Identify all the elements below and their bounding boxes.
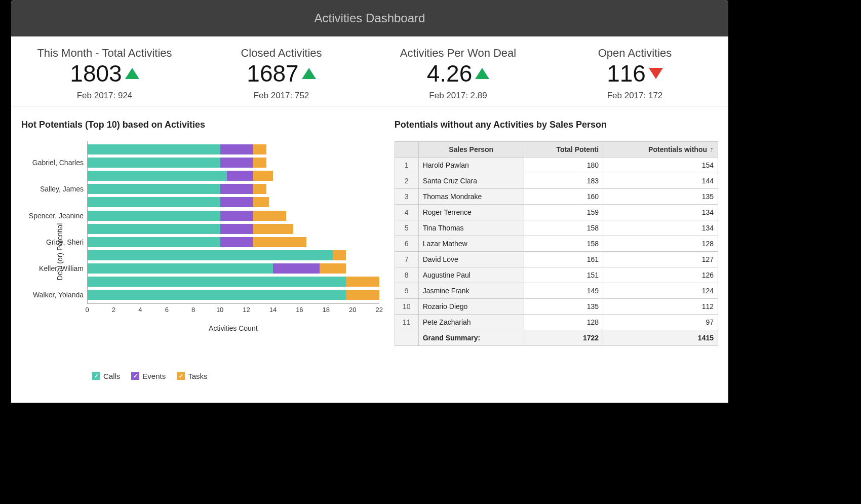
table-row[interactable]: 6Lazar Mathew158128	[395, 236, 718, 251]
kpi-subtext: Feb 2017: 2.89	[375, 91, 541, 101]
x-tick: 20	[349, 306, 356, 314]
bar-row	[88, 171, 379, 181]
bar-category-label: Walker, Yolanda	[33, 291, 88, 299]
kpi-label: Open Activities	[552, 47, 718, 60]
col-potentials-without[interactable]: Potentials withou	[603, 141, 718, 157]
cell-without: 154	[603, 157, 718, 173]
cell-sales-person: Rozario Diego	[418, 298, 524, 314]
cell-total: 128	[524, 314, 603, 330]
grand-label: Grand Summary:	[418, 330, 524, 345]
kpi-row: This Month - Total Activities 1803 Feb 2…	[11, 36, 728, 106]
bar-category-label: Keller, William	[39, 264, 88, 273]
bar-category-label: Spencer, Jeanine	[29, 212, 88, 220]
bar-row	[88, 158, 379, 168]
kpi-value: 1803	[70, 61, 122, 87]
cell-without: 124	[603, 283, 718, 298]
grand-without: 1415	[603, 330, 718, 345]
row-index: 2	[395, 173, 418, 188]
bar-category-label: Gabriel, Charles	[32, 159, 88, 167]
trend-up-icon	[475, 68, 489, 79]
bar-seg-events	[220, 197, 253, 207]
bar-seg-events	[227, 171, 253, 181]
cell-total: 149	[524, 283, 603, 298]
chart-legend: ✓ Calls ✓ Events ✓ Tasks	[21, 372, 379, 380]
x-tick: 18	[323, 306, 330, 314]
row-index: 10	[395, 298, 418, 314]
bar-seg-tasks	[253, 184, 266, 194]
chart-y-axis-label: Deal (or) Potential	[56, 211, 64, 292]
kpi-closed-activities: Closed Activities 1687 Feb 2017: 752	[193, 47, 370, 101]
card-title: Hot Potentials (Top 10) based on Activit…	[21, 120, 379, 130]
table-row[interactable]: 7David Love161127	[395, 251, 718, 267]
bar-seg-tasks	[253, 171, 273, 181]
table-row[interactable]: 10Rozario Diego135112	[395, 298, 718, 314]
row-index: 3	[395, 188, 418, 204]
cell-total: 160	[524, 188, 603, 204]
x-tick: 6	[165, 306, 169, 314]
cell-without: 134	[603, 204, 718, 220]
x-tick: 10	[216, 306, 223, 314]
row-index	[395, 330, 418, 345]
row-index: 8	[395, 267, 418, 283]
col-sales-person[interactable]: Sales Person	[418, 141, 524, 157]
sales-person-table: Sales Person Total Potenti Potentials wi…	[395, 141, 718, 346]
kpi-subtext: Feb 2017: 924	[21, 91, 188, 101]
legend-label: Calls	[103, 372, 120, 380]
table-row[interactable]: 5Tina Thomas158134	[395, 220, 718, 236]
table-row[interactable]: 8Augustine Paul151126	[395, 267, 718, 283]
bar-seg-calls	[88, 263, 273, 274]
x-tick: 2	[112, 306, 115, 314]
row-index: 4	[395, 204, 418, 220]
kpi-value: 4.26	[427, 61, 473, 87]
grand-total: 1722	[524, 330, 603, 345]
chart-x-ticks: 0246810121416182022	[87, 304, 379, 314]
cell-sales-person: Roger Terrence	[418, 204, 524, 220]
bar-seg-tasks	[346, 277, 379, 287]
checkbox-icon: ✓	[131, 372, 139, 380]
bar-seg-events	[220, 144, 253, 154]
cell-without: 126	[603, 267, 718, 283]
grand-summary-row: Grand Summary:17221415	[395, 330, 718, 345]
row-index: 6	[395, 236, 418, 251]
bar-category-label: Grice, Sheri	[46, 238, 88, 246]
kpi-label: Closed Activities	[198, 47, 365, 60]
row-index: 7	[395, 251, 418, 267]
col-total-potential[interactable]: Total Potenti	[524, 141, 603, 157]
table-row[interactable]: 11Pete Zachariah12897	[395, 314, 718, 330]
bar-row	[88, 144, 379, 154]
bar-seg-calls	[88, 144, 220, 154]
bar-seg-calls	[88, 211, 220, 221]
cell-total: 183	[524, 173, 603, 188]
x-tick: 0	[85, 306, 89, 314]
legend-item-events: ✓ Events	[131, 372, 166, 380]
dashboard-panel: Activities Dashboard This Month - Total …	[11, 0, 728, 403]
kpi-open-activities: Open Activities 116 Feb 2017: 172	[546, 47, 723, 101]
table-row[interactable]: 2Santa Cruz Clara183144	[395, 173, 718, 188]
legend-label: Events	[142, 372, 166, 380]
row-index: 11	[395, 314, 418, 330]
kpi-total-activities: This Month - Total Activities 1803 Feb 2…	[16, 47, 193, 101]
bar-seg-tasks	[253, 197, 269, 207]
cell-without: 97	[603, 314, 718, 330]
table-row[interactable]: 1Harold Pawlan180154	[395, 157, 718, 173]
table-header-row: Sales Person Total Potenti Potentials wi…	[395, 141, 718, 157]
cell-sales-person: Harold Pawlan	[418, 157, 524, 173]
bar-seg-calls	[88, 237, 220, 247]
bar-seg-tasks	[333, 250, 346, 260]
table-row[interactable]: 3Thomas Mondrake160135	[395, 188, 718, 204]
bar-seg-events	[220, 158, 253, 168]
bar-row	[88, 211, 379, 221]
checkbox-icon: ✓	[177, 372, 185, 380]
bar-category-label: Salley, James	[40, 185, 88, 193]
cell-sales-person: Tina Thomas	[418, 220, 524, 236]
bar-seg-tasks	[253, 211, 286, 221]
table-row[interactable]: 9Jasmine Frank149124	[395, 283, 718, 298]
kpi-label: Activities Per Won Deal	[375, 47, 541, 60]
cell-total: 151	[524, 267, 603, 283]
bar-seg-calls	[88, 184, 220, 194]
stacked-bar-chart: Gabriel, CharlesSalley, JamesSpencer, Je…	[87, 141, 379, 304]
cell-without: 134	[603, 220, 718, 236]
table-row[interactable]: 4Roger Terrence159134	[395, 204, 718, 220]
legend-item-calls: ✓ Calls	[92, 372, 120, 380]
card-title: Potentials without any Activities by Sal…	[395, 120, 718, 130]
